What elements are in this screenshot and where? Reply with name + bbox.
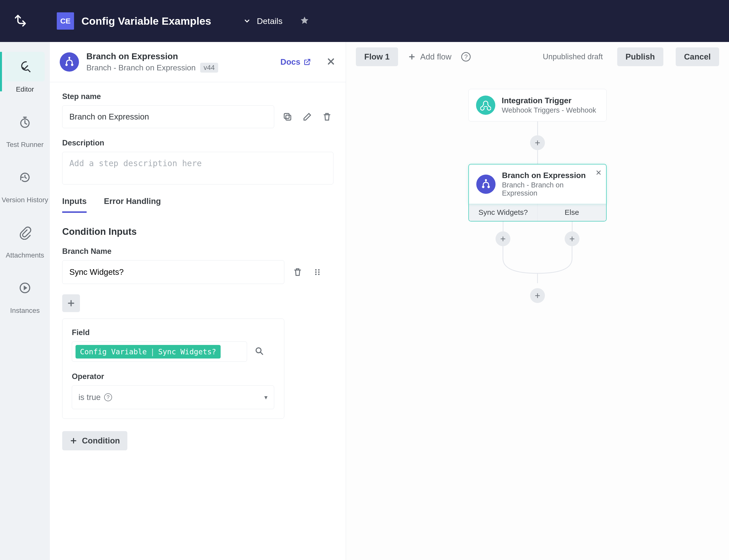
sidebar-item-version-history[interactable]: Version History bbox=[0, 162, 50, 204]
tab-inputs[interactable]: Inputs bbox=[62, 197, 87, 213]
sidebar: Editor Test Runner Version History Attac… bbox=[0, 42, 50, 560]
svg-rect-5 bbox=[286, 115, 291, 120]
branch-node[interactable]: Branch on Expression Branch - Branch on … bbox=[468, 164, 607, 204]
sidebar-item-editor[interactable]: Editor bbox=[0, 52, 50, 94]
favorite-star-icon[interactable] bbox=[300, 16, 309, 26]
close-panel-button[interactable] bbox=[326, 57, 336, 67]
branch-name-label: Branch Name bbox=[62, 247, 334, 256]
add-flow-button[interactable]: Add flow bbox=[408, 52, 451, 61]
details-label: Details bbox=[257, 16, 283, 26]
svg-point-15 bbox=[482, 186, 484, 188]
branch-name-input[interactable] bbox=[62, 260, 284, 284]
search-icon bbox=[255, 346, 264, 356]
sidebar-label-test-runner: Test Runner bbox=[6, 140, 44, 149]
delete-button[interactable] bbox=[321, 110, 334, 123]
copy-icon bbox=[283, 112, 293, 122]
app-badge: CE bbox=[57, 12, 74, 30]
help-icon[interactable]: ? bbox=[104, 393, 112, 401]
flow-help-icon[interactable]: ? bbox=[461, 52, 470, 61]
svg-point-12 bbox=[318, 274, 320, 275]
branch-delete-button[interactable] bbox=[291, 266, 304, 279]
sidebar-label-editor: Editor bbox=[16, 85, 34, 94]
trash-icon bbox=[293, 267, 303, 277]
description-input[interactable] bbox=[62, 152, 334, 184]
sidebar-item-attachments[interactable]: Attachments bbox=[0, 218, 50, 260]
step-name-input[interactable] bbox=[62, 105, 274, 128]
add-step-join-button[interactable]: + bbox=[530, 288, 545, 303]
tab-error-handling[interactable]: Error Handling bbox=[104, 197, 161, 213]
edit-button[interactable] bbox=[301, 110, 314, 123]
close-icon bbox=[326, 57, 336, 66]
add-condition-button[interactable]: Condition bbox=[62, 431, 127, 450]
svg-point-9 bbox=[315, 271, 317, 273]
docs-link[interactable]: Docs bbox=[280, 57, 311, 67]
branch-node-title: Branch on Expression bbox=[502, 171, 599, 180]
svg-point-11 bbox=[315, 274, 317, 275]
add-step-right-button[interactable]: + bbox=[565, 231, 579, 246]
page-title: Config Variable Examples bbox=[81, 15, 211, 27]
app-logo-icon bbox=[12, 12, 30, 30]
flow-canvas[interactable]: Flow 1 Add flow ? Unpublished draft Publ… bbox=[346, 42, 729, 560]
drag-icon bbox=[313, 268, 322, 277]
branch-tab-else[interactable]: Else bbox=[537, 204, 606, 221]
node-close-button[interactable]: ✕ bbox=[595, 168, 602, 177]
sidebar-label-attachments: Attachments bbox=[6, 251, 44, 260]
add-step-left-button[interactable]: + bbox=[495, 231, 510, 246]
canvas-toolbar: Flow 1 Add flow ? Unpublished draft Publ… bbox=[346, 42, 729, 72]
step-config-panel: Branch on Expression Branch - Branch on … bbox=[50, 42, 346, 560]
plus-icon bbox=[70, 437, 78, 445]
sidebar-item-test-runner[interactable]: Test Runner bbox=[0, 107, 50, 149]
sidebar-label-instances: Instances bbox=[10, 306, 40, 315]
svg-point-7 bbox=[315, 269, 317, 271]
field-input[interactable]: Config Variable|Sync Widgets? bbox=[72, 341, 247, 362]
condition-inputs-heading: Condition Inputs bbox=[62, 226, 334, 237]
trigger-subtitle: Webhook Triggers - Webhook bbox=[502, 106, 596, 114]
step-version-chip: v44 bbox=[200, 63, 218, 73]
trash-icon bbox=[322, 112, 332, 122]
flow-graph: Integration Trigger Webhook Triggers - W… bbox=[463, 89, 611, 303]
webhook-icon bbox=[476, 96, 495, 115]
svg-point-16 bbox=[487, 186, 490, 188]
step-title: Branch on Expression bbox=[86, 51, 280, 61]
operator-label: Operator bbox=[72, 372, 275, 381]
svg-point-8 bbox=[318, 269, 320, 271]
branch-icon bbox=[60, 52, 79, 72]
chevron-down-icon bbox=[243, 17, 251, 25]
step-subtitle: Branch - Branch on Expression bbox=[86, 63, 196, 72]
field-label: Field bbox=[72, 328, 275, 337]
svg-point-10 bbox=[318, 271, 320, 273]
copy-button[interactable] bbox=[281, 110, 294, 123]
draft-status: Unpublished draft bbox=[543, 52, 603, 61]
publish-button[interactable]: Publish bbox=[617, 47, 663, 66]
sidebar-item-instances[interactable]: Instances bbox=[0, 273, 50, 315]
svg-point-2 bbox=[68, 57, 70, 59]
branch-icon bbox=[476, 175, 495, 194]
details-dropdown[interactable]: Details bbox=[243, 16, 283, 26]
description-label: Description bbox=[62, 139, 334, 147]
flow-connector bbox=[468, 246, 607, 288]
operator-select[interactable]: is true ? ▾ bbox=[72, 385, 274, 409]
external-link-icon bbox=[303, 58, 311, 66]
branch-tab-sync-widgets[interactable]: Sync Widgets? bbox=[469, 204, 537, 221]
cancel-button[interactable]: Cancel bbox=[676, 47, 719, 66]
sidebar-label-version-history: Version History bbox=[2, 196, 48, 204]
chevron-down-icon: ▾ bbox=[264, 394, 268, 401]
trigger-node[interactable]: Integration Trigger Webhook Triggers - W… bbox=[468, 89, 607, 121]
edit-icon bbox=[302, 112, 312, 122]
drag-handle[interactable] bbox=[311, 266, 324, 279]
svg-point-3 bbox=[65, 64, 68, 66]
add-step-button[interactable]: + bbox=[530, 135, 545, 150]
add-branch-button[interactable] bbox=[62, 294, 80, 312]
svg-point-4 bbox=[71, 64, 74, 66]
app-header: CE Config Variable Examples Details bbox=[0, 0, 729, 42]
trigger-title: Integration Trigger bbox=[502, 96, 596, 105]
flow-tab[interactable]: Flow 1 bbox=[356, 47, 398, 66]
config-variable-chip: Config Variable|Sync Widgets? bbox=[76, 345, 221, 359]
svg-rect-6 bbox=[284, 114, 289, 119]
plus-icon bbox=[408, 53, 416, 61]
condition-card: Field Config Variable|Sync Widgets? Oper… bbox=[62, 319, 284, 419]
plus-icon bbox=[67, 299, 76, 308]
field-search-button[interactable] bbox=[255, 346, 264, 357]
branch-node-subtitle: Branch - Branch on Expression bbox=[502, 181, 599, 197]
svg-point-14 bbox=[485, 179, 487, 181]
